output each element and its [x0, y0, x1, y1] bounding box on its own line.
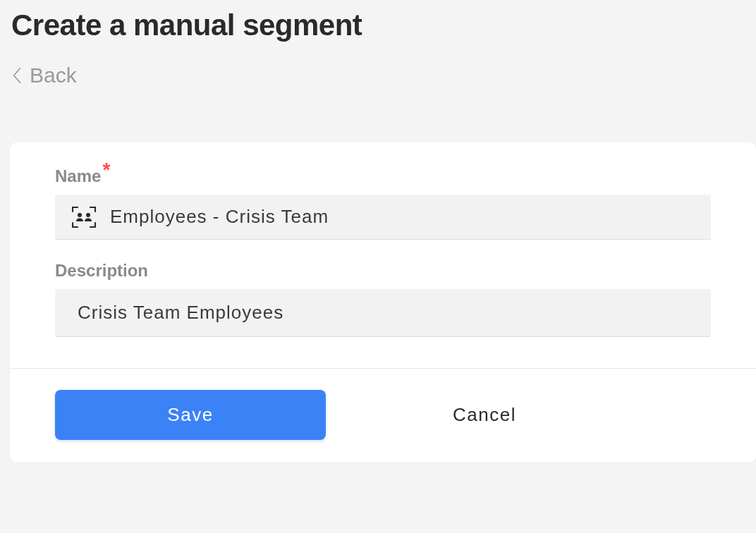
required-asterisk: * — [102, 164, 110, 176]
button-row: Save Cancel — [10, 369, 756, 462]
form-card: Name * Description — [10, 142, 756, 462]
description-label: Description — [55, 261, 711, 281]
description-label-text: Description — [55, 261, 148, 281]
people-group-icon — [72, 207, 96, 228]
save-button[interactable]: Save — [55, 390, 326, 440]
name-label-text: Name — [55, 166, 101, 186]
description-field-block: Description — [55, 261, 711, 337]
name-input-wrap[interactable] — [55, 195, 711, 240]
cancel-button[interactable]: Cancel — [453, 404, 516, 426]
svg-point-0 — [78, 213, 82, 217]
name-input[interactable] — [110, 206, 694, 228]
name-field-block: Name * — [55, 166, 711, 240]
back-link[interactable]: Back — [0, 42, 88, 87]
page-title: Create a manual segment — [0, 0, 756, 42]
svg-point-1 — [86, 213, 90, 217]
chevron-left-icon — [13, 67, 23, 84]
description-input[interactable] — [78, 302, 307, 324]
form-area: Name * Description — [10, 142, 756, 368]
description-input-wrap[interactable] — [55, 289, 711, 337]
back-label: Back — [30, 63, 77, 87]
name-label: Name * — [55, 166, 711, 186]
